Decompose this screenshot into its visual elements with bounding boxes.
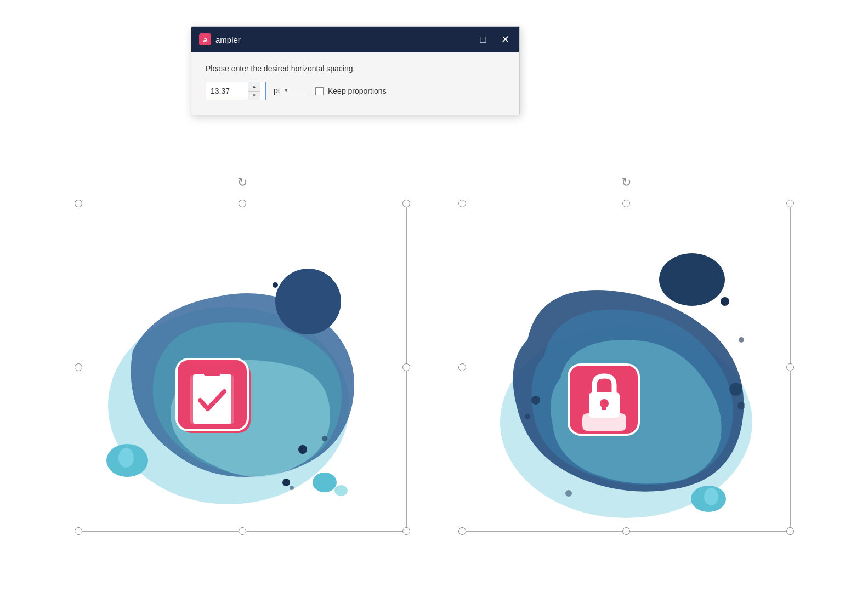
- dialog-controls-row: ▲ ▼ pt ▼ Keep proportions: [206, 82, 505, 100]
- rotate-icon-1[interactable]: ↻: [237, 175, 247, 190]
- svg-point-20: [531, 396, 540, 405]
- svg-point-10: [334, 485, 348, 496]
- spinbox-down-button[interactable]: ▼: [248, 91, 260, 100]
- svg-point-9: [313, 473, 337, 492]
- handle-bm-1[interactable]: [239, 527, 246, 535]
- dialog-prompt-text: Please enter the desired horizontal spac…: [206, 64, 505, 73]
- app-logo-icon: a: [199, 33, 211, 45]
- blob-svg-1: [72, 208, 412, 526]
- app-name: ampler: [215, 35, 241, 44]
- svg-point-6: [273, 282, 278, 288]
- rotate-icon-2[interactable]: ↻: [621, 175, 631, 190]
- svg-point-1: [275, 269, 341, 334]
- svg-point-21: [525, 414, 530, 419]
- keep-proportions-checkbox[interactable]: [315, 87, 324, 95]
- keep-proportions-label: Keep proportions: [328, 87, 387, 95]
- maximize-button[interactable]: □: [476, 33, 490, 46]
- svg-rect-29: [602, 403, 606, 410]
- handle-br-2[interactable]: [786, 527, 794, 535]
- handle-bm-2[interactable]: [622, 527, 630, 535]
- spinbox-arrows: ▲ ▼: [248, 82, 260, 100]
- svg-point-17: [721, 297, 729, 306]
- handle-tl-1[interactable]: [75, 200, 82, 207]
- blob-scene-1: [72, 208, 412, 526]
- handle-tr-2[interactable]: [786, 200, 794, 207]
- svg-rect-14: [204, 368, 220, 376]
- spacing-input[interactable]: [206, 82, 248, 100]
- object-2-container[interactable]: ↻: [456, 175, 796, 548]
- svg-point-5: [118, 448, 134, 468]
- object-1-container[interactable]: ↻: [72, 175, 412, 548]
- spinbox-up-button[interactable]: ▲: [248, 82, 260, 91]
- spacing-spinbox[interactable]: ▲ ▼: [206, 82, 266, 100]
- dialog-window-controls: □ ✕: [476, 33, 512, 46]
- unit-value: pt: [274, 86, 280, 95]
- svg-point-23: [704, 488, 718, 505]
- unit-dropdown[interactable]: pt ▼: [271, 86, 310, 96]
- svg-point-3: [322, 436, 327, 441]
- svg-point-16: [659, 253, 725, 306]
- blob-scene-2: [456, 208, 796, 526]
- dialog-logo: a ampler: [199, 33, 241, 45]
- svg-point-24: [565, 490, 572, 497]
- handle-bl-1[interactable]: [75, 527, 82, 535]
- svg-point-19: [737, 402, 745, 409]
- dialog-titlebar: a ampler □ ✕: [191, 27, 519, 52]
- handle-tm-2[interactable]: [622, 200, 630, 207]
- blob-svg-2: [456, 208, 796, 526]
- canvas-area: ↻: [0, 153, 868, 592]
- svg-point-25: [739, 337, 744, 343]
- svg-point-2: [298, 445, 307, 454]
- svg-point-18: [729, 383, 742, 396]
- keep-proportions-option[interactable]: Keep proportions: [315, 87, 387, 95]
- dialog-window: a ampler □ ✕ Please enter the desired ho…: [191, 26, 520, 115]
- dialog-body: Please enter the desired horizontal spac…: [191, 52, 519, 115]
- handle-tm-1[interactable]: [239, 200, 246, 207]
- svg-point-8: [290, 486, 294, 490]
- chevron-down-icon: ▼: [283, 87, 289, 93]
- handle-bl-2[interactable]: [458, 527, 466, 535]
- close-button[interactable]: ✕: [498, 33, 512, 46]
- svg-point-7: [282, 479, 290, 486]
- handle-tl-2[interactable]: [458, 200, 466, 207]
- handle-br-1[interactable]: [402, 527, 410, 535]
- handle-tr-1[interactable]: [402, 200, 410, 207]
